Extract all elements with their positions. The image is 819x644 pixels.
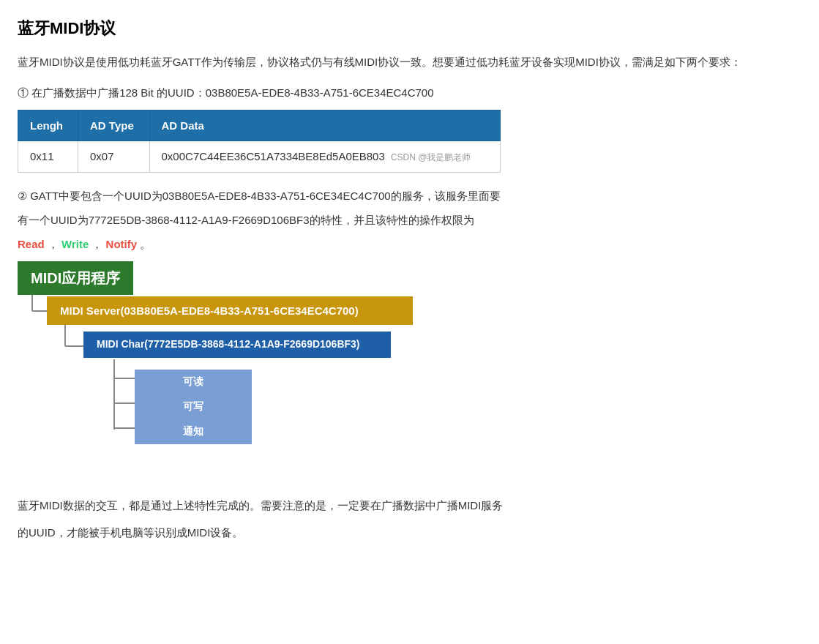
comma1: ， [48, 238, 59, 250]
table-row: 0x11 0x07 0x00C7C44EE36C51A7334BE8Ed5A0E… [18, 141, 501, 173]
section2-line1: ② GATT中要包含一个UUID为03B80E5A-EDE8-4B33-A751… [18, 186, 801, 206]
keyword-notify: Notify [106, 238, 138, 250]
table-cell-length: 0x11 [18, 141, 78, 173]
period: 。 [140, 238, 151, 250]
table-header-addata: AD Data [149, 110, 500, 141]
midi-char-block: MIDI Char(7772E5DB-3868-4112-A1A9-F2669D… [83, 332, 391, 358]
footer-line2: 的UUID，才能被手机电脑等识别成MIDI设备。 [18, 523, 801, 542]
section2-line2: 有一个UUID为7772E5DB-3868-4112-A1A9-F2669D10… [18, 210, 801, 230]
keyword-read: Read [18, 238, 45, 250]
watermark: CSDN @我是鹏老师 [391, 152, 471, 162]
perm-write-block: 可写 [135, 394, 252, 419]
section1-label: ① 在广播数据中广播128 Bit 的UUID：03B80E5A-EDE8-4B… [18, 83, 801, 102]
intro-text: 蓝牙MIDI协议是使用低功耗蓝牙GATT作为传输层，协议格式仍与有线MIDI协议… [18, 52, 801, 72]
section2-line3: Read ， Write ， Notify 。 [18, 234, 801, 254]
keyword-write: Write [61, 238, 89, 250]
perm-read-block: 可读 [135, 370, 252, 394]
table-header-length: Lengh [18, 110, 78, 141]
midi-app-label: MIDI应用程序 [18, 261, 133, 295]
midi-diagram: MIDI应用程序 MIDI Server(03B80E5A-EDE8-4B33-… [18, 261, 515, 481]
footer-line1: 蓝牙MIDI数据的交互，都是通过上述特性完成的。需要注意的是，一定要在广播数据中… [18, 495, 801, 515]
perm-notify-block: 通知 [135, 419, 252, 444]
table-cell-addata: 0x00C7C44EE36C51A7334BE8Ed5A0EB803 CSDN … [149, 141, 500, 173]
table-cell-adtype: 0x07 [78, 141, 150, 173]
uuid-table: Lengh AD Type AD Data 0x11 0x07 0x00C7C4… [18, 110, 501, 173]
comma2: ， [91, 238, 102, 250]
midi-server-block: MIDI Server(03B80E5A-EDE8-4B33-A751-6CE3… [47, 296, 413, 326]
page-title: 蓝牙MIDI协议 [18, 15, 801, 42]
table-header-adtype: AD Type [78, 110, 150, 141]
